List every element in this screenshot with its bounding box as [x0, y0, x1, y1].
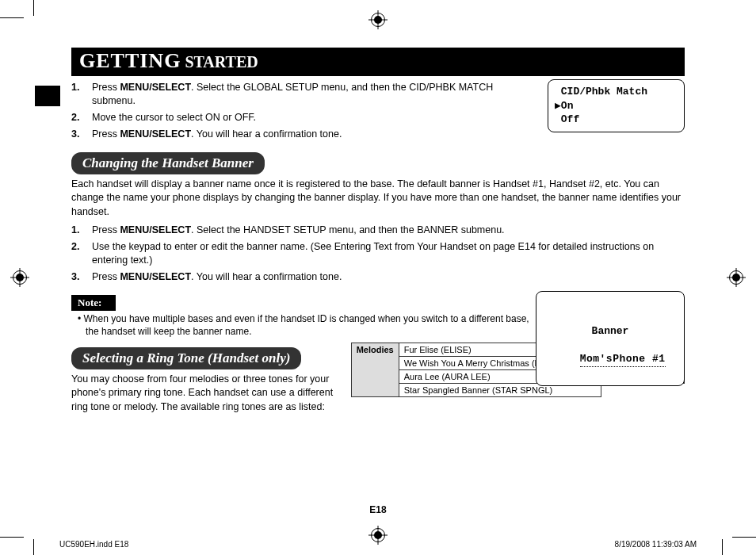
page-title-bar: GETTING STARTED — [71, 48, 685, 76]
step-number: 3. — [71, 128, 92, 141]
step-row: 3.Press MENU/SELECT. You will hear a con… — [71, 270, 685, 284]
key-name: MENU/SELECT — [120, 128, 191, 140]
key-name: MENU/SELECT — [120, 82, 191, 93]
crop-mark — [0, 537, 24, 538]
step-row: 3.Press MENU/SELECT. You will hear a con… — [71, 128, 531, 141]
page-title-big: GETTING — [79, 49, 181, 72]
step-row: 1.Press MENU/SELECT. Select the HANDSET … — [71, 224, 685, 237]
thumb-tab — [35, 86, 60, 106]
section-ringtone-paragraph: You may choose from four melodies or thr… — [71, 373, 340, 415]
key-name: MENU/SELECT — [120, 271, 191, 282]
steps-section-2: 1.Press MENU/SELECT. Select the HANDSET … — [71, 224, 685, 284]
registration-mark-icon — [13, 270, 27, 285]
crop-mark — [33, 539, 34, 555]
step-text: Press MENU/SELECT. You will hear a confi… — [92, 270, 685, 284]
step-number: 1. — [71, 81, 92, 94]
step-number: 3. — [71, 270, 92, 284]
key-name: MENU/SELECT — [120, 224, 191, 235]
step-row: 1.Press MENU/SELECT. Select the GLOBAL S… — [71, 81, 531, 108]
print-footer: UC590EH.indd E18 8/19/2008 11:39:03 AM — [59, 540, 697, 549]
section-heading-banner: Changing the Handset Banner — [71, 152, 265, 174]
registration-mark-icon — [371, 13, 385, 27]
note-label: Note: — [71, 295, 116, 311]
crop-mark — [33, 0, 34, 16]
registration-mark-icon — [729, 270, 743, 285]
step-text: Press MENU/SELECT. Select the HANDSET SE… — [92, 224, 685, 237]
lcd-banner-line1: Banner — [543, 324, 678, 339]
page-number: E18 — [369, 504, 386, 515]
section-heading-ringtone: Selecting a Ring Tone (Handset only) — [71, 347, 301, 369]
lcd-display-cid: CID/Phbk Match ▶On Off — [548, 79, 685, 132]
step-text: Move the cursor to select ON or OFF. — [92, 111, 531, 124]
footer-timestamp: 8/19/2008 11:39:03 AM — [615, 540, 697, 549]
step-number: 2. — [71, 240, 92, 254]
step-text: Use the keypad to enter or edit the bann… — [92, 240, 685, 267]
step-text: Press MENU/SELECT. You will hear a confi… — [92, 128, 531, 141]
crop-mark — [732, 537, 756, 538]
step-number: 2. — [71, 111, 92, 124]
lcd-banner-line2: Mom'sPhone #1 — [580, 352, 666, 367]
section-banner-paragraph: Each handset will display a banner name … — [71, 178, 685, 220]
step-row: 2.Use the keypad to enter or edit the ba… — [71, 240, 685, 267]
crop-mark — [0, 17, 24, 18]
page-content: GETTING STARTED CID/Phbk Match ▶On Off 1… — [71, 48, 685, 507]
step-number: 1. — [71, 224, 92, 237]
steps-section-1: 1.Press MENU/SELECT. Select the GLOBAL S… — [71, 81, 531, 141]
step-row: 2.Move the cursor to select ON or OFF. — [71, 111, 531, 124]
crop-mark — [722, 539, 723, 555]
note-text: • When you have multiple bases and even … — [71, 311, 537, 338]
lcd-display-banner: Banner Mom'sPhone #1 — [536, 291, 685, 386]
melodies-header: Melodies — [351, 343, 399, 396]
page-title-small: STARTED — [181, 53, 258, 71]
footer-filename: UC590EH.indd E18 — [59, 540, 128, 549]
step-text: Press MENU/SELECT. Select the GLOBAL SET… — [92, 81, 531, 108]
